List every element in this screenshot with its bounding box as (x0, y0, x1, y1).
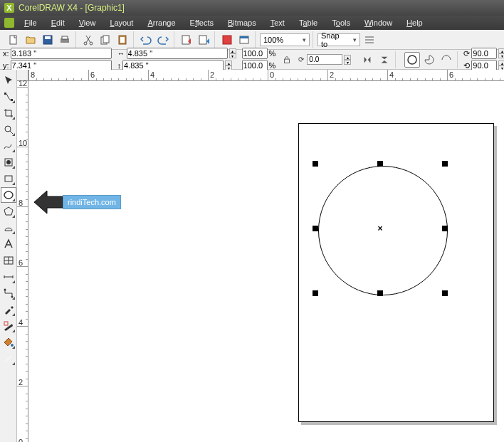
import-button[interactable] (179, 32, 194, 48)
arc-mode-button[interactable] (439, 52, 454, 68)
width-input[interactable] (127, 48, 228, 59)
mirror-v-button[interactable] (377, 52, 392, 68)
connector-tool[interactable] (1, 285, 16, 301)
ellipse-mode-button[interactable] (404, 52, 420, 68)
zoom-dropdown[interactable]: 100% (260, 33, 310, 46)
polygon-tool[interactable] (1, 204, 16, 219)
svg-point-21 (5, 126, 11, 132)
scalex-input[interactable] (242, 48, 268, 59)
workspace: 864202468 121086420 × (0, 70, 504, 442)
svg-point-28 (11, 296, 14, 298)
eyedropper-tool[interactable] (1, 302, 16, 317)
arc-start-icon: ⟳ (463, 49, 470, 58)
basic-shapes-tool[interactable] (1, 220, 16, 236)
text-tool[interactable] (1, 236, 16, 252)
svg-point-25 (4, 191, 13, 199)
svg-rect-11 (182, 36, 189, 44)
redo-button[interactable] (155, 32, 171, 48)
arc-end-spinner[interactable]: ▴▾ (498, 60, 504, 70)
table-tool[interactable] (1, 253, 16, 268)
freehand-tool[interactable] (1, 138, 16, 154)
selection-handle[interactable] (313, 226, 318, 231)
menu-edit[interactable]: Edit (44, 17, 72, 28)
dimension-tool[interactable] (1, 269, 16, 285)
svg-rect-10 (120, 37, 125, 43)
menu-table[interactable]: Table (292, 17, 325, 28)
menu-tools[interactable]: Tools (325, 17, 357, 28)
watermark-label: rindiTech.com (63, 195, 121, 209)
menu-bitmaps[interactable]: Bitmaps (221, 17, 263, 28)
height-spinner[interactable]: ▴▾ (225, 60, 232, 70)
toolbox (0, 70, 17, 442)
mirror-h-button[interactable] (359, 52, 375, 68)
y-label: y: (3, 61, 9, 70)
interactive-fill-tool[interactable] (1, 351, 16, 367)
title-bar: X CorelDRAW X4 - [Graphic1] (0, 0, 504, 16)
arrow-left-icon (33, 186, 64, 218)
svg-rect-16 (285, 59, 290, 63)
save-button[interactable] (40, 32, 56, 48)
svg-point-5 (84, 42, 87, 45)
pick-tool[interactable] (1, 73, 16, 88)
cut-button[interactable] (80, 32, 96, 48)
ellipse-tool[interactable] (1, 187, 16, 203)
selection-handle[interactable] (442, 226, 448, 231)
percent-label-2: % (269, 61, 276, 70)
arc-start-spinner[interactable]: ▴▾ (498, 48, 504, 58)
rectangle-tool[interactable] (1, 171, 16, 186)
selection-handle[interactable] (377, 161, 383, 167)
lock-ratio-button[interactable] (281, 52, 293, 68)
shape-tool[interactable] (1, 89, 16, 105)
selection-handle[interactable] (313, 290, 318, 296)
outline-tool[interactable] (1, 318, 16, 334)
menu-layout[interactable]: Layout (103, 17, 140, 28)
app-icon: X (4, 3, 14, 13)
pie-mode-button[interactable] (421, 52, 437, 68)
svg-rect-19 (4, 93, 6, 95)
fill-tool[interactable] (1, 335, 16, 350)
selected-ellipse[interactable] (318, 166, 448, 295)
zoom-tool[interactable] (1, 122, 16, 137)
welcome-button[interactable] (236, 32, 252, 48)
menu-text[interactable]: Text (263, 17, 292, 28)
x-label: x: (3, 49, 9, 58)
export-button[interactable] (196, 32, 211, 48)
selection-handle[interactable] (442, 290, 448, 296)
width-spinner[interactable]: ▴▾ (229, 48, 236, 58)
smart-fill-tool[interactable] (1, 154, 16, 170)
paste-button[interactable] (115, 32, 130, 48)
selection-handle[interactable] (377, 290, 383, 296)
new-button[interactable] (6, 32, 21, 48)
height-icon: ↕ (117, 61, 122, 70)
svg-point-6 (90, 42, 93, 45)
rotation-spinner[interactable]: ▴▾ (344, 55, 351, 65)
canvas-area[interactable]: 864202468 121086420 × (17, 70, 504, 442)
vertical-ruler[interactable]: 121086420 (17, 81, 28, 442)
menu-file[interactable]: File (17, 17, 44, 28)
svg-rect-0 (10, 36, 16, 44)
selection-handle[interactable] (313, 161, 318, 167)
svg-point-30 (11, 344, 14, 347)
snap-dropdown[interactable]: Snap to (317, 33, 360, 46)
app-launcher-button[interactable] (219, 32, 235, 48)
app-menu-icon[interactable] (4, 18, 14, 28)
svg-rect-24 (5, 176, 12, 181)
menu-effects[interactable]: Effects (183, 17, 221, 28)
rotation-input[interactable] (307, 54, 342, 65)
menu-view[interactable]: View (72, 17, 103, 28)
horizontal-ruler[interactable]: 864202468 (28, 70, 504, 81)
menu-window[interactable]: Window (357, 17, 399, 28)
menu-arrange[interactable]: Arrange (140, 17, 182, 28)
options-button[interactable] (362, 32, 377, 48)
crop-tool[interactable] (1, 105, 16, 121)
print-button[interactable] (57, 32, 73, 48)
copy-button[interactable] (98, 32, 113, 48)
selection-handle[interactable] (442, 161, 448, 167)
svg-rect-12 (199, 36, 206, 44)
selection-center[interactable]: × (377, 223, 382, 233)
arc-start-input[interactable] (471, 48, 497, 59)
menu-help[interactable]: Help (399, 17, 430, 28)
x-input[interactable] (11, 48, 112, 59)
open-button[interactable] (23, 32, 38, 48)
undo-button[interactable] (138, 32, 154, 48)
